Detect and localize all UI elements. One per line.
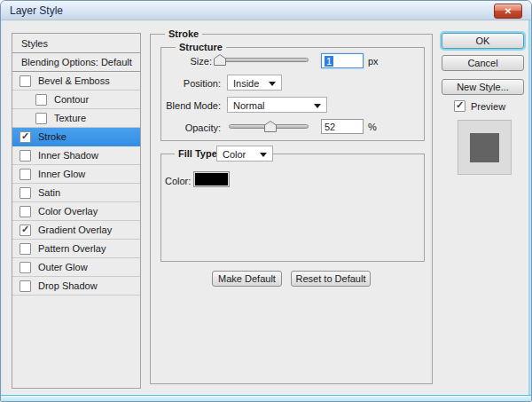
- contour-checkbox[interactable]: [35, 94, 47, 106]
- fill-type-value: Color: [223, 149, 246, 160]
- satin-checkbox[interactable]: [20, 187, 31, 199]
- color-label: Color:: [165, 176, 191, 186]
- sidebar-item-satin[interactable]: Satin: [12, 184, 140, 202]
- position-dropdown[interactable]: Inside: [227, 75, 282, 91]
- sidebar-item-gradient-overlay[interactable]: ✓ Gradient Overlay: [12, 221, 140, 240]
- window-border-bottom: [1, 395, 531, 401]
- styles-header-label: Styles: [21, 38, 48, 49]
- sidebar-item-styles[interactable]: Styles: [12, 34, 140, 53]
- ok-button[interactable]: OK: [442, 33, 524, 49]
- size-unit: px: [368, 56, 379, 67]
- opacity-label: Opacity:: [143, 122, 221, 133]
- size-value: 1: [325, 56, 333, 67]
- new-style-button[interactable]: New Style...: [442, 79, 524, 95]
- dropdown-arrow-icon: [269, 82, 276, 86]
- blend-mode-value: Normal: [233, 100, 264, 111]
- pattern-overlay-checkbox[interactable]: [20, 243, 31, 255]
- style-preview-thumbnail: [458, 120, 512, 175]
- fill-type-group: [160, 154, 425, 262]
- sidebar-item-blending-options[interactable]: Blending Options: Default: [12, 53, 140, 72]
- style-preview-inner-square: [470, 133, 499, 162]
- stroke-color-swatch[interactable]: [193, 171, 230, 187]
- opacity-input[interactable]: 52: [321, 119, 364, 134]
- dropdown-arrow-icon: [260, 153, 267, 157]
- sidebar-item-label: Gradient Overlay: [38, 225, 112, 235]
- styles-list: Styles Blending Options: Default Bevel &…: [12, 33, 141, 389]
- sidebar-item-stroke[interactable]: ✓ Stroke: [12, 128, 140, 146]
- cancel-button[interactable]: Cancel: [442, 55, 524, 71]
- stroke-checkbox[interactable]: ✓: [20, 131, 31, 143]
- opacity-slider-thumb[interactable]: [264, 121, 277, 132]
- sidebar-item-inner-shadow[interactable]: Inner Shadow: [12, 146, 140, 165]
- sidebar-item-label: Inner Glow: [38, 169, 85, 179]
- position-label: Position:: [143, 78, 221, 89]
- bevel-emboss-checkbox[interactable]: [20, 75, 31, 87]
- sidebar-item-label: Satin: [38, 187, 60, 198]
- close-icon: ✕: [505, 6, 512, 16]
- window-border-left: [1, 20, 3, 401]
- outer-glow-checkbox[interactable]: [20, 262, 31, 273]
- sidebar-item-label: Stroke: [38, 131, 66, 142]
- color-overlay-checkbox[interactable]: [20, 206, 31, 217]
- size-slider[interactable]: [219, 58, 309, 62]
- sidebar-item-color-overlay[interactable]: Color Overlay: [12, 202, 140, 221]
- sidebar-item-label: Outer Glow: [38, 262, 88, 272]
- layer-style-dialog: Layer Style ✕ Styles Blending Options: D…: [0, 0, 532, 402]
- opacity-value: 52: [325, 122, 335, 132]
- inner-shadow-checkbox[interactable]: [20, 150, 31, 162]
- size-slider-thumb[interactable]: [214, 54, 226, 66]
- opacity-slider[interactable]: [229, 124, 309, 129]
- blend-mode-dropdown[interactable]: Normal: [227, 97, 327, 113]
- close-button[interactable]: ✕: [494, 4, 522, 19]
- sidebar-item-pattern-overlay[interactable]: Pattern Overlay: [12, 240, 140, 258]
- blend-mode-label: Blend Mode:: [143, 100, 221, 111]
- sidebar-item-label: Contour: [54, 94, 89, 105]
- size-label: Size:: [160, 56, 212, 67]
- title-bar[interactable]: Layer Style ✕: [1, 1, 531, 20]
- check-icon: ✓: [456, 99, 464, 110]
- blending-options-label: Blending Options: Default: [21, 57, 132, 67]
- drop-shadow-checkbox[interactable]: [20, 280, 31, 292]
- sidebar-item-label: Color Overlay: [38, 206, 98, 217]
- preview-label: Preview: [471, 101, 505, 112]
- position-value: Inside: [233, 78, 259, 89]
- sidebar-item-outer-glow[interactable]: Outer Glow: [12, 258, 140, 277]
- sidebar-item-texture[interactable]: Texture: [12, 109, 140, 128]
- window-border-right: [528, 20, 531, 401]
- sidebar-item-label: Drop Shadow: [38, 280, 98, 291]
- sidebar-item-label: Pattern Overlay: [38, 243, 106, 254]
- preview-checkbox[interactable]: ✓: [454, 100, 466, 112]
- stroke-panel-title: Stroke: [165, 28, 202, 39]
- sidebar-item-label: Inner Shadow: [38, 150, 98, 161]
- sidebar-item-contour[interactable]: Contour: [12, 91, 140, 109]
- opacity-unit: %: [368, 122, 377, 132]
- dropdown-arrow-icon: [314, 104, 321, 108]
- make-default-button[interactable]: Make Default: [212, 271, 282, 287]
- sidebar-item-label: Bevel & Emboss: [38, 75, 110, 86]
- reset-to-default-button[interactable]: Reset to Default: [291, 271, 371, 287]
- sidebar-item-bevel-emboss[interactable]: Bevel & Emboss: [12, 72, 140, 91]
- gradient-overlay-checkbox[interactable]: ✓: [20, 225, 31, 236]
- sidebar-item-drop-shadow[interactable]: Drop Shadow: [12, 277, 140, 296]
- sidebar-item-label: Texture: [54, 113, 86, 123]
- structure-group-title: Structure: [176, 42, 226, 52]
- window-title: Layer Style: [10, 4, 63, 17]
- fill-type-dropdown[interactable]: Color: [216, 146, 273, 162]
- sidebar-item-inner-glow[interactable]: Inner Glow: [12, 165, 140, 184]
- inner-glow-checkbox[interactable]: [20, 169, 31, 180]
- size-input[interactable]: 1: [321, 53, 364, 68]
- texture-checkbox[interactable]: [35, 113, 47, 124]
